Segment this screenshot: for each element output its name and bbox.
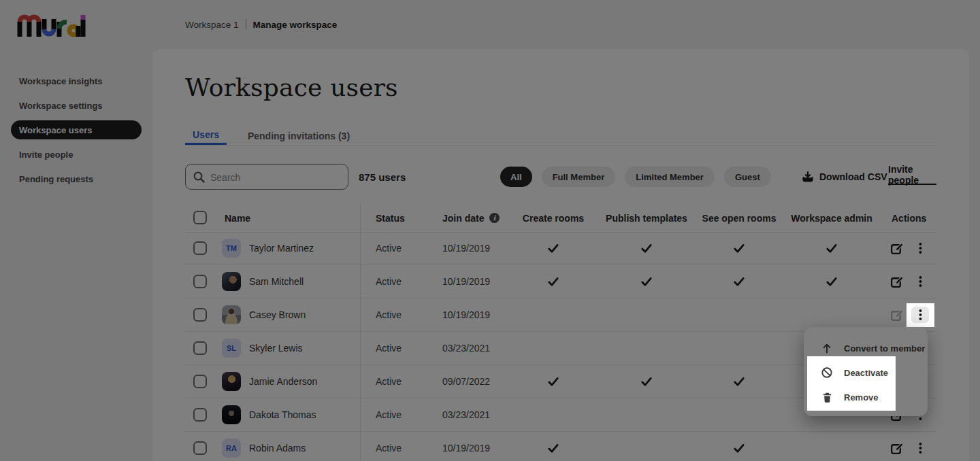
user-status: Active <box>376 432 402 461</box>
kebab-menu-icon[interactable] <box>911 273 929 290</box>
user-status: Active <box>376 332 402 364</box>
search-box[interactable] <box>185 164 348 190</box>
user-name: Robin Adams <box>249 432 306 461</box>
breadcrumb-separator <box>246 19 246 30</box>
mural-logo[interactable] <box>16 11 87 38</box>
avatar: RA <box>222 439 241 458</box>
row-checkbox[interactable] <box>193 341 207 355</box>
column-workspace-admin[interactable]: Workspace admin <box>791 204 872 232</box>
user-name: Taylor Martinez <box>249 232 314 264</box>
row-checkbox[interactable] <box>193 275 207 288</box>
column-actions: Actions <box>892 204 926 232</box>
row-checkbox[interactable] <box>193 441 207 455</box>
edit-user-icon[interactable] <box>890 309 903 322</box>
kebab-menu-icon[interactable] <box>911 440 929 456</box>
download-csv-button[interactable]: Download CSV <box>802 164 887 190</box>
column-publish-templates[interactable]: Publish templates <box>606 204 687 232</box>
page-title: Workspace users <box>185 73 398 101</box>
sidebar-item-workspace-insights[interactable]: Workspace insights <box>11 69 142 93</box>
check-publish-templates-icon <box>640 242 653 257</box>
check-create-rooms-icon <box>547 242 559 257</box>
user-status: Active <box>376 232 402 264</box>
avatar: TM <box>222 239 241 258</box>
join-date: 10/19/2019 <box>442 432 490 461</box>
breadcrumb-workspace[interactable]: Workspace 1 <box>185 20 239 30</box>
download-icon <box>802 171 814 183</box>
trash-icon <box>821 391 833 403</box>
breadcrumb: Workspace 1 Manage workspace <box>185 0 337 49</box>
menu-item-label: Convert to member <box>844 343 925 354</box>
check-create-rooms-icon <box>547 442 559 457</box>
avatar <box>222 305 241 324</box>
filter-limited-member[interactable]: Limited Member <box>625 167 715 187</box>
user-name: Skyler Lewis <box>249 332 303 364</box>
table-row: Sam Mitchell Active 10/19/2019 <box>185 265 936 298</box>
filter-full-member[interactable]: Full Member <box>542 167 616 187</box>
column-see-open-rooms[interactable]: See open rooms <box>702 204 777 232</box>
check-publish-templates-icon <box>640 375 653 390</box>
check-see-open-rooms-icon <box>733 275 745 290</box>
user-status: Active <box>376 298 402 331</box>
join-date: 10/19/2019 <box>442 265 490 298</box>
row-checkbox[interactable] <box>193 308 207 322</box>
deactivate-icon <box>821 366 833 379</box>
edit-user-icon[interactable] <box>890 275 903 288</box>
user-name: Dakota Thomas <box>249 398 316 431</box>
main-card: Workspace users Users Pending invitation… <box>152 49 969 461</box>
check-see-open-rooms-icon <box>733 442 745 457</box>
menu-item-convert-to-member[interactable]: Convert to member <box>804 336 928 360</box>
edit-user-icon[interactable] <box>890 442 903 455</box>
menu-item-deactivate[interactable]: Deactivate <box>804 360 928 385</box>
table-row: TM Taylor Martinez Active 10/19/2019 <box>185 232 936 265</box>
user-name: Casey Brown <box>249 298 306 331</box>
invite-people-link[interactable]: Invite people <box>888 166 936 185</box>
column-join-date-label: Join date <box>442 213 484 224</box>
info-icon[interactable]: i <box>489 213 500 223</box>
check-workspace-admin-icon <box>826 242 838 257</box>
edit-user-icon[interactable] <box>890 242 903 255</box>
kebab-menu-icon[interactable] <box>911 307 929 323</box>
filter-pills: All Full Member Limited Member Guest <box>500 167 771 187</box>
topbar: Workspace 1 Manage workspace <box>0 0 980 49</box>
sidebar-item-workspace-users[interactable]: Workspace users <box>11 120 142 139</box>
arrow-up-icon <box>821 342 833 354</box>
screen: Workspace 1 Manage workspace Workspace i… <box>0 0 980 461</box>
join-date: 10/19/2019 <box>442 298 490 331</box>
column-status[interactable]: Status <box>376 204 405 232</box>
row-checkbox[interactable] <box>193 408 207 422</box>
row-checkbox[interactable] <box>193 241 207 255</box>
user-status: Active <box>376 398 402 431</box>
check-publish-templates-icon <box>640 275 653 290</box>
check-create-rooms-icon <box>547 375 559 390</box>
tab-users[interactable]: Users <box>185 126 227 145</box>
controls-row: 875 users All Full Member Limited Member… <box>185 164 936 190</box>
filter-guest[interactable]: Guest <box>724 167 771 187</box>
download-csv-label: Download CSV <box>819 171 887 182</box>
filter-all[interactable]: All <box>500 167 532 187</box>
user-status: Active <box>376 265 402 298</box>
kebab-menu-icon[interactable] <box>911 240 929 256</box>
column-name[interactable]: Name <box>225 204 250 232</box>
sidebar: Workspace insights Workspace settings Wo… <box>11 69 142 191</box>
sidebar-item-invite-people[interactable]: Invite people <box>11 142 142 167</box>
user-name: Sam Mitchell <box>249 265 304 298</box>
column-join-date[interactable]: Join date i <box>442 204 500 232</box>
select-all-checkbox[interactable] <box>193 211 207 224</box>
join-date: 03/23/2021 <box>442 398 490 431</box>
breadcrumb-page: Manage workspace <box>253 20 338 30</box>
search-input[interactable] <box>209 165 345 189</box>
sidebar-item-workspace-settings[interactable]: Workspace settings <box>11 93 142 118</box>
sidebar-item-pending-requests[interactable]: Pending requests <box>11 167 142 191</box>
search-icon <box>193 171 206 184</box>
avatar: SL <box>222 339 241 358</box>
menu-item-label: Remove <box>844 392 879 403</box>
check-create-rooms-icon <box>547 275 559 290</box>
avatar <box>222 372 241 391</box>
row-checkbox[interactable] <box>193 375 207 388</box>
join-date: 03/23/2021 <box>442 332 490 364</box>
tab-pending-invitations[interactable]: Pending invitations (3) <box>240 126 357 145</box>
join-date: 09/07/2022 <box>442 365 490 398</box>
join-date: 10/19/2019 <box>442 232 490 264</box>
column-create-rooms[interactable]: Create rooms <box>523 204 584 232</box>
menu-item-remove[interactable]: Remove <box>804 385 928 409</box>
